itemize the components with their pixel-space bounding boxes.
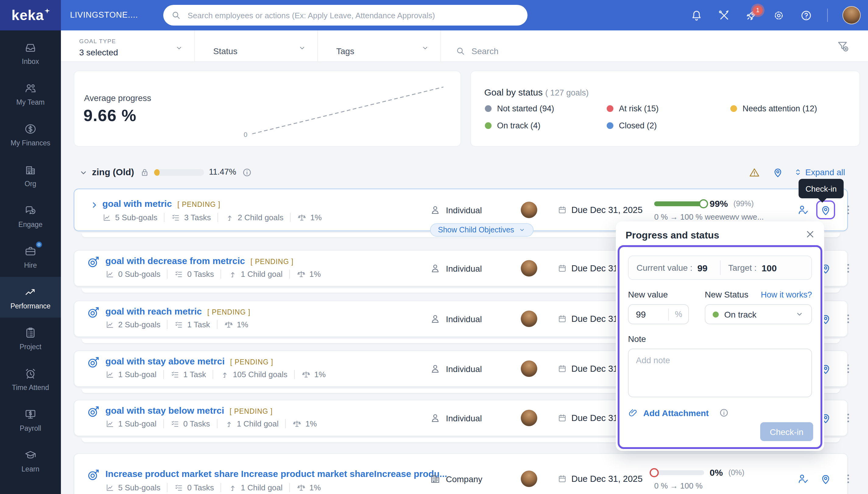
group-progress-value: 11.47% [209,167,236,176]
admin-tools-icon[interactable] [718,9,730,22]
goal-meta-weight: 1% [294,370,332,379]
owner-avatar[interactable] [521,360,537,377]
assignees-icon[interactable] [797,204,810,216]
sidebar-item-learn[interactable]: Learn [0,440,61,481]
search-icon [456,46,465,56]
goal-target-icon [87,255,100,269]
owner-avatar[interactable] [521,471,537,487]
goal-by-status-title: Goal by status ( 127 goals) [484,87,589,97]
note-textarea[interactable] [628,348,812,397]
sidebar-item-inbox[interactable]: Inbox [0,32,61,73]
sidebar-item-label: Performance [10,302,51,309]
sidebar-item-hire[interactable]: Hire [0,236,61,277]
how-it-works-link[interactable]: How it works? [761,290,812,299]
sidebar-item-my-finances[interactable]: My Finances [0,114,61,154]
goal-type: Company [430,473,483,484]
progress-sub-value: (0%) [728,468,744,477]
group-name[interactable]: zing (Old) [92,167,134,177]
kebab-menu-icon[interactable] [842,362,855,375]
sidebar-item-icon [24,448,37,461]
info-icon[interactable] [719,407,729,418]
legend-dot [485,122,492,129]
sidebar-item-time-attend[interactable]: Time Attend [0,358,61,399]
sidebar-item-org[interactable]: Org [0,154,61,195]
calendar-icon [557,364,567,374]
goal-meta-weight: 1% [290,213,329,222]
goal-title[interactable]: goal with stay below metrci[ PENDING ] [105,405,273,416]
current-target-box: Current value : 99 Target : 100 [628,255,812,280]
owner-avatar[interactable] [521,410,537,426]
new-value-input[interactable] [629,309,660,320]
settings-gear-icon[interactable] [772,9,785,22]
sidebar-item-icon [24,122,37,135]
collapse-group-chevron-icon[interactable] [78,168,88,178]
owner-avatar[interactable] [521,202,537,218]
show-child-objectives-button[interactable]: Show Child Objectives [430,223,534,237]
goal-type-icon [430,412,441,424]
whats-new-rocket-icon[interactable]: 1 [745,9,758,22]
help-icon[interactable] [800,9,813,22]
owner-avatar[interactable] [521,310,537,327]
kebab-menu-icon[interactable] [842,412,855,424]
progress-knob[interactable] [650,468,659,477]
sidebar-item-payroll[interactable]: Payroll [0,399,61,440]
assignees-icon[interactable] [797,472,810,485]
average-progress-card: Average progress 9.66 % 0 [74,71,461,147]
goal-title[interactable]: goal with stay above metrci[ PENDING ] [105,356,273,366]
checkin-pin-button[interactable] [816,201,835,219]
progress-value: 99% [710,198,728,209]
kebab-menu-icon[interactable] [842,472,855,485]
sidebar-item-project[interactable]: Project [0,318,61,358]
kebab-menu-icon[interactable] [842,262,855,275]
filter-status[interactable]: Status [195,31,318,61]
goal-title[interactable]: Increase product market share Increase p… [105,469,453,479]
current-value-label: Current value : [636,263,692,272]
sidebar-item-extra[interactable] [0,481,61,494]
sidebar-item-performance[interactable]: Performance [0,277,61,318]
chevron-down-icon[interactable] [421,44,430,52]
filter-tags[interactable]: Tags [318,31,441,61]
user-avatar[interactable] [843,6,861,24]
checkin-button[interactable]: Check-in [760,422,813,441]
close-icon[interactable] [804,229,816,240]
average-progress-value: 9.66 % [84,107,137,125]
keka-logo[interactable]: keka [0,0,61,31]
goal-meta-tasks: 1 Task [167,320,217,329]
progress-bar [654,470,704,475]
chevron-down-icon [795,310,804,319]
goal-title[interactable]: goal with metric[ PENDING ] [102,198,220,209]
clear-filters-icon[interactable] [836,40,850,53]
global-search[interactable] [163,5,527,25]
add-attachment-link[interactable]: Add Attachment [643,408,709,418]
checkin-pin-icon[interactable] [772,166,784,178]
sidebar-item-engage[interactable]: Engage [0,195,61,236]
owner-avatar[interactable] [521,260,537,277]
goal-title[interactable]: goal with decrease from metrcic[ PENDING… [105,255,294,266]
company-name[interactable]: LIVINGSTONE.... [70,10,138,19]
sidebar-item-dot-badge [36,241,42,247]
progress-knob[interactable] [699,199,708,208]
info-icon[interactable] [242,167,252,178]
search-icon [171,10,181,20]
goal-by-status-card: Goal by status ( 127 goals) Not started … [470,71,860,147]
goal-meta-weight: 1% [285,419,324,428]
goal-title[interactable]: goal with reach metric[ PENDING ] [105,306,250,316]
kebab-menu-icon[interactable] [842,312,855,325]
expand-collapse-icon[interactable] [793,167,803,177]
sidebar-item-icon [24,326,37,339]
kebab-menu-icon[interactable] [842,204,855,216]
filter-search[interactable]: Search [441,31,599,61]
brand-text: keka [12,7,44,23]
expand-goal-chevron-icon[interactable] [89,200,100,210]
new-status-dropdown[interactable]: On track [705,304,812,324]
chevron-down-icon[interactable] [298,44,306,52]
filters-bar: GOAL TYPE 3 selected Status Tags Search [61,31,868,62]
filter-goal-type[interactable]: GOAL TYPE 3 selected [61,31,195,61]
calendar-icon [557,474,567,484]
notifications-bell-icon[interactable] [690,9,703,22]
pending-badge: [ PENDING ] [251,258,294,265]
checkin-pin-button[interactable] [816,469,835,488]
sidebar-item-my-team[interactable]: My Team [0,73,61,114]
chevron-down-icon[interactable] [175,44,183,52]
global-search-input[interactable] [186,10,520,20]
